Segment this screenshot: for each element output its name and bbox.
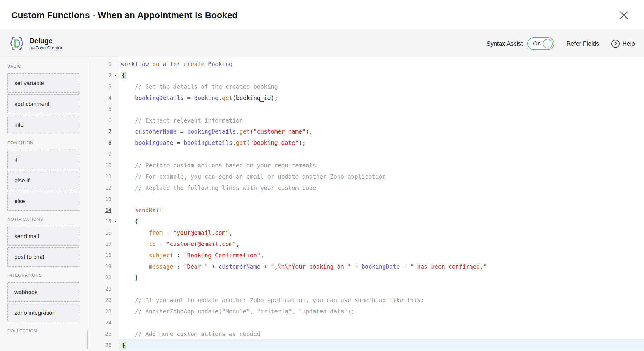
refer-fields-label: Refer Fields — [566, 40, 599, 47]
code-line[interactable]: 1workflow on after create Booking — [89, 59, 644, 70]
code-line[interactable]: 10 // Perform custom actions based on yo… — [89, 160, 644, 171]
code-line[interactable]: 17 to : "customer@email.com", — [89, 238, 644, 250]
code-line-content[interactable]: // Replace the following lines with your… — [119, 182, 644, 193]
sidebar-section-label: COLLECTION — [7, 328, 89, 333]
code-line-content[interactable]: // Add more custom actions as needed — [119, 328, 644, 339]
code-line[interactable]: 5 — [89, 103, 644, 115]
code-line[interactable]: 15▾ { — [89, 216, 644, 227]
sidebar-item-else-if[interactable]: else if — [7, 171, 80, 190]
code-line-content[interactable]: // Extract relevant information — [119, 115, 644, 126]
line-number: 2 — [89, 72, 111, 78]
sidebar-item-send-mail[interactable]: send mail — [7, 227, 80, 246]
line-number: 19 — [89, 263, 111, 270]
sidebar-item-post-to-chat[interactable]: post to chat — [7, 247, 80, 267]
code-line[interactable]: 19 message : "Dear " + customerName + ",… — [89, 261, 644, 272]
line-number: 13 — [89, 196, 111, 202]
syntax-assist-toggle[interactable]: On — [527, 37, 554, 50]
code-line[interactable]: 9 — [89, 149, 644, 160]
sidebar-section-label: CONDITION — [7, 140, 89, 145]
code-line[interactable]: 7 customerName = bookingDetails.get("cus… — [89, 126, 644, 137]
sidebar-section-integrations: INTEGRATIONSwebhookzoho integration — [0, 273, 89, 322]
fold-arrow-icon[interactable]: ▾ — [111, 216, 119, 227]
code-line-content[interactable]: from : "your@email.com", — [119, 227, 644, 238]
refer-fields-button[interactable]: Refer Fields — [566, 40, 599, 47]
code-line-content[interactable]: customerName = bookingDetails.get("custo… — [119, 126, 644, 137]
app-name: Deluge — [29, 37, 62, 45]
line-number: 25 — [89, 331, 111, 337]
sidebar-item-set-variable[interactable]: set variable — [7, 73, 80, 93]
code-line[interactable]: 11 // For example, you can send an email… — [89, 171, 644, 182]
code-line-content[interactable]: // Perform custom actions based on your … — [119, 160, 644, 171]
sidebar-section-notifications: NOTIFICATIONSsend mailpost to chat — [0, 217, 89, 267]
sidebar-section-label: INTEGRATIONS — [7, 273, 89, 278]
code-line-content[interactable]: // If you want to update another Zoho ap… — [119, 295, 644, 306]
sidebar-item-if[interactable]: if — [7, 150, 80, 169]
line-number: 24 — [89, 320, 111, 326]
sidebar-section-basic: BASICset variableadd commentinfo — [0, 64, 89, 134]
code-line[interactable]: 8 bookingDate = bookingDetails.get("book… — [89, 137, 644, 149]
help-icon: ? — [611, 40, 620, 48]
code-line-content[interactable]: bookingDetails = Booking.get(booking_id)… — [119, 92, 644, 104]
code-line[interactable]: 2▾{ — [89, 70, 644, 81]
sidebar-item-webhook[interactable]: webhook — [7, 282, 80, 302]
code-line-content[interactable]: message : "Dear " + customerName + ",\n\… — [119, 261, 644, 272]
code-line[interactable]: 26} — [89, 339, 644, 351]
code-line[interactable]: 6 // Extract relevant information — [89, 115, 644, 126]
close-button[interactable] — [617, 8, 631, 23]
code-line-content[interactable]: } — [119, 272, 644, 283]
code-line-content[interactable]: // For example, you can send an email or… — [119, 171, 644, 182]
code-line[interactable]: 20 } — [89, 272, 644, 283]
line-number: 20 — [89, 274, 111, 281]
code-line-content[interactable] — [119, 283, 644, 295]
line-number: 14 — [89, 207, 111, 213]
sidebar-scrollbar[interactable] — [87, 330, 88, 349]
code-line-content[interactable]: workflow on after create Booking — [119, 59, 644, 70]
modal-title: Custom Functions - When an Appointment i… — [11, 0, 238, 30]
code-line-content[interactable]: // Get the details of the created bookin… — [119, 81, 644, 92]
code-line-content[interactable]: sendMail — [119, 205, 644, 216]
line-number: 22 — [89, 297, 111, 303]
sidebar-item-else[interactable]: else — [7, 192, 80, 211]
code-line-content[interactable]: // AnotherZohoApp.update("Module", "crit… — [119, 306, 644, 317]
code-line[interactable]: 3 // Get the details of the created book… — [89, 81, 644, 92]
toggle-state-label: On — [533, 40, 541, 47]
code-line[interactable]: 23 // AnotherZohoApp.update("Module", "c… — [89, 306, 644, 317]
line-number: 7 — [89, 128, 111, 134]
code-line-content[interactable]: bookingDate = bookingDetails.get("bookin… — [119, 137, 644, 149]
line-number: 11 — [89, 174, 111, 180]
code-line-content[interactable] — [119, 193, 644, 205]
code-line-content[interactable] — [119, 149, 644, 160]
sidebar-item-zoho-integration[interactable]: zoho integration — [7, 303, 80, 322]
help-button[interactable]: ? Help — [611, 40, 635, 48]
code-line-content[interactable] — [119, 317, 644, 328]
code-line-content[interactable]: { — [119, 70, 644, 81]
line-number: 9 — [89, 151, 111, 157]
code-line[interactable]: 16 from : "your@email.com", — [89, 227, 644, 238]
code-line[interactable]: 4 bookingDetails = Booking.get(booking_i… — [89, 92, 644, 104]
editor-header: Deluge by Zoho Creator Syntax Assist On … — [0, 30, 644, 57]
code-editor[interactable]: 1workflow on after create Booking2▾{3 //… — [89, 57, 644, 351]
code-line-content[interactable]: { — [119, 216, 644, 227]
fold-arrow-icon[interactable]: ▾ — [111, 70, 119, 81]
modal-titlebar: Custom Functions - When an Appointment i… — [0, 0, 644, 30]
code-line-content-active[interactable]: } — [119, 339, 644, 351]
sidebar-item-info[interactable]: info — [7, 115, 80, 134]
code-line-content[interactable] — [119, 103, 644, 115]
code-line-content[interactable]: subject : "Booking Confirmation", — [119, 249, 644, 261]
sidebar-item-add-comment[interactable]: add comment — [7, 94, 80, 113]
sidebar-section-collection: COLLECTION — [0, 328, 89, 333]
code-line[interactable]: 14 sendMail — [89, 205, 644, 216]
code-line[interactable]: 18 subject : "Booking Confirmation", — [89, 249, 644, 261]
deluge-logo-icon — [9, 36, 24, 52]
code-line[interactable]: 13 — [89, 193, 644, 205]
code-line-content[interactable]: to : "customer@email.com", — [119, 238, 644, 250]
code-line[interactable]: 24 — [89, 317, 644, 328]
code-line[interactable]: 12 // Replace the following lines with y… — [89, 182, 644, 193]
code-line[interactable]: 25 // Add more custom actions as needed — [89, 328, 644, 339]
toggle-knob[interactable] — [543, 39, 553, 48]
syntax-assist-label: Syntax Assist — [487, 40, 523, 47]
code-line[interactable]: 22 // If you want to update another Zoho… — [89, 295, 644, 306]
line-number: 17 — [89, 241, 111, 247]
code-line[interactable]: 21 — [89, 283, 644, 295]
line-number: 3 — [89, 84, 111, 90]
